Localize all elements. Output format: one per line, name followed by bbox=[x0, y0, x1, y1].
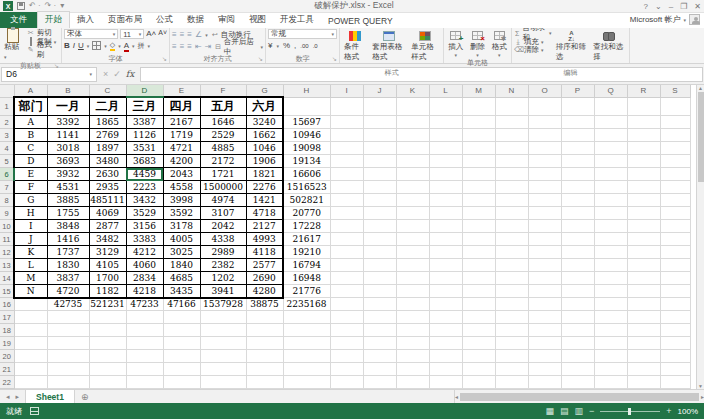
cell-Q5[interactable] bbox=[594, 155, 627, 168]
cell-K20[interactable] bbox=[396, 350, 429, 363]
cell-R20[interactable] bbox=[627, 350, 660, 363]
scroll-left-icon[interactable]: ◂ bbox=[455, 393, 458, 400]
cell-D3[interactable]: 1126 bbox=[126, 129, 163, 142]
cell-F11[interactable]: 4338 bbox=[200, 233, 246, 246]
cell-N9[interactable] bbox=[495, 207, 528, 220]
cell-N1[interactable] bbox=[495, 97, 528, 116]
cell-D6[interactable]: 4459 bbox=[126, 168, 163, 181]
cell-P22[interactable] bbox=[561, 376, 594, 389]
cell-A20[interactable] bbox=[14, 350, 47, 363]
cell-R11[interactable] bbox=[627, 233, 660, 246]
zoom-slider-thumb[interactable] bbox=[628, 408, 631, 415]
cell-E2[interactable]: 2167 bbox=[163, 116, 200, 129]
cell-M7[interactable] bbox=[462, 181, 495, 194]
cell-H4[interactable]: 19098 bbox=[283, 142, 330, 155]
cell-I19[interactable] bbox=[330, 337, 363, 350]
macro-record-icon[interactable] bbox=[30, 407, 39, 415]
cell-P18[interactable] bbox=[561, 324, 594, 337]
cell-Q16[interactable] bbox=[594, 298, 627, 311]
cell-N10[interactable] bbox=[495, 220, 528, 233]
cell-D11[interactable]: 3383 bbox=[126, 233, 163, 246]
cell-R9[interactable] bbox=[627, 207, 660, 220]
cell-Q22[interactable] bbox=[594, 376, 627, 389]
cell-Q23[interactable] bbox=[594, 389, 627, 390]
cell-I21[interactable] bbox=[330, 363, 363, 376]
cell-E15[interactable]: 3435 bbox=[163, 285, 200, 298]
cell-G2[interactable]: 3240 bbox=[246, 116, 283, 129]
cell-D23[interactable] bbox=[126, 389, 163, 390]
cell-R5[interactable] bbox=[627, 155, 660, 168]
insert-function-icon[interactable]: fx bbox=[126, 69, 134, 79]
row-header-11[interactable]: 11 bbox=[0, 233, 14, 246]
cell-S2[interactable] bbox=[660, 116, 690, 129]
cell-B13[interactable]: 1830 bbox=[47, 259, 89, 272]
cell-H21[interactable] bbox=[283, 363, 330, 376]
cell-J21[interactable] bbox=[363, 363, 396, 376]
cell-S8[interactable] bbox=[660, 194, 690, 207]
cell-D7[interactable]: 2223 bbox=[126, 181, 163, 194]
cell-B20[interactable] bbox=[47, 350, 89, 363]
cell-Q13[interactable] bbox=[594, 259, 627, 272]
cell-L1[interactable] bbox=[429, 97, 462, 116]
cell-B3[interactable]: 1141 bbox=[47, 129, 89, 142]
row-header-3[interactable]: 3 bbox=[0, 129, 14, 142]
cell-L12[interactable] bbox=[429, 246, 462, 259]
underline-button[interactable]: U bbox=[78, 41, 84, 50]
column-header-Q[interactable]: Q bbox=[594, 85, 627, 97]
cell-C12[interactable]: 3129 bbox=[89, 246, 126, 259]
cell-F20[interactable] bbox=[200, 350, 246, 363]
decrease-decimal-icon[interactable]: .0 bbox=[313, 43, 318, 49]
cell-M23[interactable] bbox=[462, 389, 495, 390]
cell-S22[interactable] bbox=[660, 376, 690, 389]
cell-E8[interactable]: 3998 bbox=[163, 194, 200, 207]
cell-B22[interactable] bbox=[47, 376, 89, 389]
cell-I9[interactable] bbox=[330, 207, 363, 220]
cell-S16[interactable] bbox=[660, 298, 690, 311]
row-header-20[interactable]: 20 bbox=[0, 350, 14, 363]
cell-C13[interactable]: 4105 bbox=[89, 259, 126, 272]
name-box-dropdown-icon[interactable]: ▾ bbox=[89, 71, 92, 77]
cell-C16[interactable]: 521231 bbox=[89, 298, 126, 311]
cell-Q8[interactable] bbox=[594, 194, 627, 207]
cell-S18[interactable] bbox=[660, 324, 690, 337]
cell-J13[interactable] bbox=[363, 259, 396, 272]
cell-A6[interactable]: E bbox=[14, 168, 47, 181]
cell-D8[interactable]: 3432 bbox=[126, 194, 163, 207]
cell-B14[interactable]: 3837 bbox=[47, 272, 89, 285]
cell-M1[interactable] bbox=[462, 97, 495, 116]
cell-L20[interactable] bbox=[429, 350, 462, 363]
cell-E22[interactable] bbox=[163, 376, 200, 389]
cell-H17[interactable] bbox=[283, 311, 330, 324]
cell-J15[interactable] bbox=[363, 285, 396, 298]
cell-G1[interactable]: 六月 bbox=[246, 97, 283, 116]
cell-D9[interactable]: 3529 bbox=[126, 207, 163, 220]
cell-B19[interactable] bbox=[47, 337, 89, 350]
cell-Q11[interactable] bbox=[594, 233, 627, 246]
cell-K22[interactable] bbox=[396, 376, 429, 389]
font-color-icon[interactable]: A bbox=[124, 41, 129, 51]
merge-center-button[interactable]: ⊟合并后居中▾ bbox=[214, 42, 263, 51]
cell-S23[interactable] bbox=[660, 389, 690, 390]
cell-P8[interactable] bbox=[561, 194, 594, 207]
cell-N21[interactable] bbox=[495, 363, 528, 376]
cell-K17[interactable] bbox=[396, 311, 429, 324]
cell-I15[interactable] bbox=[330, 285, 363, 298]
cell-I20[interactable] bbox=[330, 350, 363, 363]
cell-G6[interactable]: 1821 bbox=[246, 168, 283, 181]
cell-D10[interactable]: 3156 bbox=[126, 220, 163, 233]
cell-S11[interactable] bbox=[660, 233, 690, 246]
cell-C5[interactable]: 3480 bbox=[89, 155, 126, 168]
cell-C2[interactable]: 1865 bbox=[89, 116, 126, 129]
cell-S6[interactable] bbox=[660, 168, 690, 181]
cell-B23[interactable] bbox=[47, 389, 89, 390]
decrease-indent-icon[interactable]: ⇤ bbox=[195, 43, 202, 51]
cell-Q3[interactable] bbox=[594, 129, 627, 142]
column-header-M[interactable]: M bbox=[462, 85, 495, 97]
cell-C6[interactable]: 2630 bbox=[89, 168, 126, 181]
cell-B11[interactable]: 1416 bbox=[47, 233, 89, 246]
paste-button[interactable]: 粘贴 ▾ bbox=[2, 29, 25, 61]
cell-R18[interactable] bbox=[627, 324, 660, 337]
cell-F18[interactable] bbox=[200, 324, 246, 337]
cell-G13[interactable]: 2577 bbox=[246, 259, 283, 272]
cell-C9[interactable]: 4069 bbox=[89, 207, 126, 220]
